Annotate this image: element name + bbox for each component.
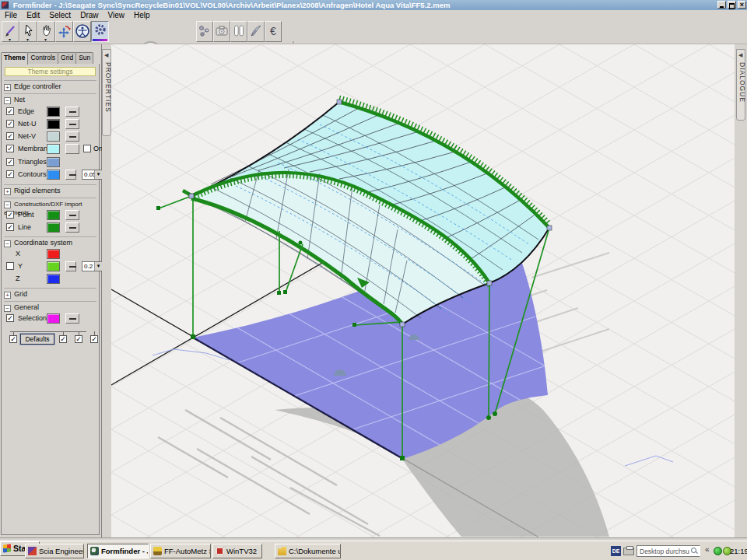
tray-status-icon-1[interactable] <box>714 547 722 555</box>
menu-select[interactable]: Select <box>44 11 75 19</box>
taskbar-button-scia[interactable]: Scia Engineer <box>25 544 84 558</box>
menu-help[interactable]: Help <box>129 11 155 19</box>
section-grid[interactable]: +Grid <box>4 288 96 299</box>
desktop-search-input[interactable] <box>638 547 689 555</box>
taskbar-button-wintv[interactable]: WinTV32 <box>212 544 262 558</box>
menu-edit[interactable]: Edit <box>22 11 44 19</box>
selection-linestyle-button[interactable] <box>65 313 79 324</box>
collapse-left-icon[interactable]: ◀ <box>738 52 742 58</box>
defaults-checkbox-3[interactable] <box>75 335 82 343</box>
expand-icon[interactable]: + <box>4 292 11 299</box>
section-construction[interactable]: −Construction/DXF import elements <box>4 198 96 208</box>
membrane-style-button[interactable] <box>65 144 79 154</box>
membrane-checkbox[interactable] <box>6 145 14 152</box>
language-indicator[interactable]: DE <box>611 546 621 556</box>
collapse-icon[interactable]: − <box>4 201 11 208</box>
y-axis-spacing-dropdown[interactable]: 0.2 <box>82 261 103 271</box>
edge-color-swatch[interactable] <box>47 107 60 117</box>
selection-color-swatch[interactable] <box>47 313 60 324</box>
dropdown-arrow-icon[interactable]: ▾ <box>26 37 29 42</box>
selection-checkbox[interactable] <box>6 314 14 322</box>
section-coordinate-system[interactable]: −Coordinate system <box>4 236 96 247</box>
line-color-swatch[interactable] <box>47 222 60 233</box>
collapse-icon[interactable]: − <box>4 305 11 312</box>
point-color-swatch[interactable] <box>47 210 60 220</box>
dropdown-arrow-icon[interactable]: ▾ <box>44 37 47 42</box>
annotation-button[interactable] <box>247 21 265 42</box>
triangles-checkbox[interactable] <box>6 158 14 166</box>
search-magnifier-icon[interactable] <box>691 548 698 555</box>
y-axis-color-swatch[interactable] <box>47 261 60 271</box>
tab-controls[interactable]: Controls <box>27 52 58 64</box>
properties-panel: Theme Controls Grid Sun Images Theme set… <box>0 44 102 537</box>
physics-button[interactable] <box>196 21 213 42</box>
contours-linestyle-button[interactable] <box>65 170 76 180</box>
net-u-linestyle-button[interactable] <box>65 119 79 129</box>
cost-button[interactable]: € <box>265 21 282 42</box>
taskbar-button-explorer[interactable]: C:\Dokumente und Einst... <box>275 544 341 558</box>
triangles-color-swatch[interactable] <box>47 157 60 167</box>
point-style-button[interactable] <box>65 210 79 220</box>
properties-collapse-tab[interactable]: ◀ PROPERTIES <box>102 49 111 136</box>
defaults-checkbox-4[interactable] <box>90 335 98 343</box>
menu-view[interactable]: View <box>103 11 130 19</box>
line-linestyle-button[interactable] <box>65 222 79 233</box>
tray-expand-chevron[interactable]: « <box>705 545 710 554</box>
material-rolls-button[interactable] <box>230 21 247 42</box>
section-net[interactable]: −Net <box>4 93 96 104</box>
tab-sun[interactable]: Sun <box>75 52 93 64</box>
contours-checkbox[interactable] <box>6 170 14 178</box>
net-u-color-swatch[interactable] <box>47 119 60 129</box>
net-v-checkbox[interactable] <box>6 132 14 140</box>
defaults-checkbox-1[interactable] <box>9 335 17 343</box>
tab-grid[interactable]: Grid <box>58 52 76 64</box>
menu-file[interactable]: File <box>0 11 22 19</box>
edge-linestyle-button[interactable] <box>65 107 79 117</box>
defaults-checkbox-2[interactable] <box>59 335 67 343</box>
expand-icon[interactable]: + <box>4 188 11 195</box>
line-checkbox[interactable] <box>6 223 14 231</box>
defaults-button[interactable]: Defaults <box>20 334 54 345</box>
membrane-color-swatch[interactable] <box>47 144 60 154</box>
title-bar[interactable]: Formfinder - J:\Seagate Sync\SyncRecycle… <box>0 0 747 10</box>
net-u-checkbox[interactable] <box>6 120 14 128</box>
close-button[interactable] <box>738 1 746 9</box>
draw-tool-button[interactable]: ▾ <box>2 21 19 42</box>
net-v-color-swatch[interactable] <box>47 131 60 142</box>
maximize-button[interactable] <box>728 1 736 9</box>
membrane-on-checkbox[interactable] <box>83 145 91 152</box>
point-checkbox[interactable] <box>6 211 14 219</box>
dropdown-arrow-icon[interactable]: ▾ <box>9 37 11 42</box>
move-rotate-button[interactable] <box>55 21 73 42</box>
taskbar-button-autometz[interactable]: FF-AutoMetz Screenshot... <box>150 544 211 558</box>
snapshot-button[interactable] <box>213 21 230 42</box>
collapse-icon[interactable]: − <box>4 97 11 104</box>
contours-color-swatch[interactable] <box>47 170 60 180</box>
tab-theme[interactable]: Theme <box>1 52 28 65</box>
pan-tool-button[interactable]: ▾ <box>37 21 55 42</box>
printer-tray-icon[interactable] <box>623 548 634 555</box>
taskbar-button-formfinder[interactable]: Formfinder - J:\Seaga... <box>87 544 149 558</box>
section-general[interactable]: −General <box>4 301 96 312</box>
viewport-3d[interactable] <box>111 44 735 537</box>
menu-draw[interactable]: Draw <box>75 11 103 19</box>
section-rigid-elements[interactable]: +Rigid elements <box>4 184 96 195</box>
formfinding-button[interactable] <box>73 21 91 42</box>
collapse-icon[interactable]: − <box>4 240 11 247</box>
edge-checkbox[interactable] <box>6 107 14 115</box>
triangles-label: Triangles <box>18 158 47 166</box>
net-v-linestyle-button[interactable] <box>65 131 79 142</box>
y-axis-checkbox[interactable] <box>6 262 14 270</box>
collapse-left-icon[interactable]: ◀ <box>104 52 108 58</box>
screenshot-tool-icon <box>153 547 162 555</box>
minimize-button[interactable] <box>717 1 726 9</box>
theme-settings-button[interactable] <box>91 21 109 42</box>
expand-icon[interactable]: + <box>4 84 11 91</box>
section-edge-controller[interactable]: +Edge controller <box>4 80 96 91</box>
x-axis-color-swatch[interactable] <box>47 249 60 259</box>
dialogue-collapse-tab[interactable]: ◀ DIALOGUE <box>736 49 745 121</box>
y-axis-linestyle-button[interactable] <box>65 261 76 271</box>
z-axis-color-swatch[interactable] <box>47 274 60 284</box>
contours-interval-dropdown[interactable]: 0.05 <box>82 170 103 180</box>
select-tool-button[interactable]: ▾ <box>19 21 37 42</box>
